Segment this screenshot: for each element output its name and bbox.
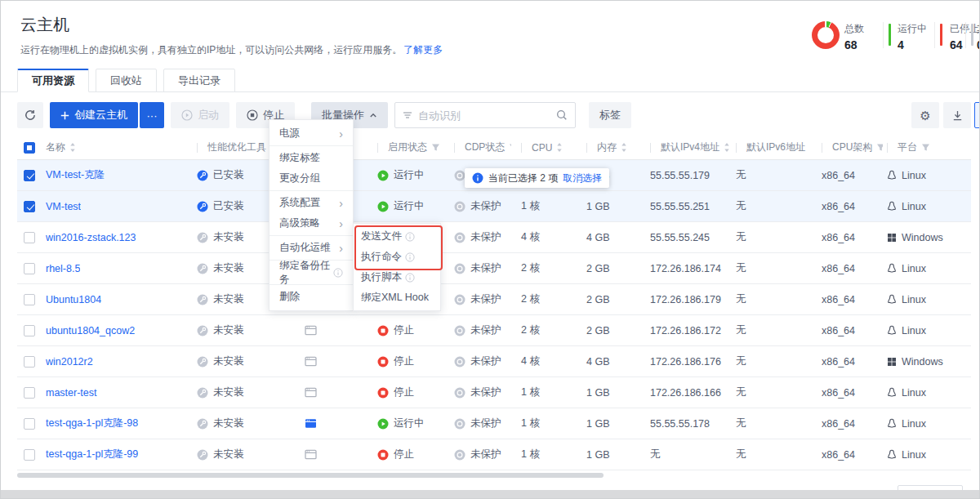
menu-item-电源[interactable]: 电源› — [270, 123, 353, 144]
menu-item-系统配置[interactable]: 系统配置› — [270, 193, 353, 213]
vm-name-link[interactable]: Ubuntu1804 — [46, 294, 101, 305]
create-vm-button[interactable]: 创建云主机 — [50, 102, 138, 128]
table-row: ubuntu1804_qcow2未安装停止未保护2 核2 GB172.26.18… — [17, 315, 971, 346]
tool-status-label: 未安装 — [213, 323, 244, 337]
menu-item-label: 更改分组 — [279, 172, 320, 185]
learn-more-link[interactable]: 了解更多 — [403, 44, 443, 56]
platform-cell: Linux — [883, 294, 969, 305]
column-header-CPU架构[interactable]: CPU架构 — [817, 140, 883, 154]
row-checkbox[interactable] — [24, 232, 35, 243]
memory-value: 4 GB — [586, 356, 610, 368]
menu-item-更改分组[interactable]: 更改分组 — [270, 168, 353, 189]
tab-回收站[interactable]: 回收站 — [96, 69, 157, 92]
column-header-启用状态[interactable]: 启用状态 — [364, 140, 450, 154]
tab-导出记录[interactable]: 导出记录 — [163, 69, 235, 92]
menu-item-自动化运维[interactable]: 自动化运维› — [270, 238, 353, 258]
tag-button[interactable]: 标签 — [589, 102, 631, 128]
linux-icon — [887, 449, 897, 461]
column-header-默认IPv4地址[interactable]: 默认IPv4地址 — [646, 140, 732, 154]
cdp-label: 未保护 — [470, 448, 501, 461]
tool-not-installed-icon — [197, 325, 208, 336]
submenu-item-绑定XML Hook[interactable]: 绑定XML Hook — [354, 287, 440, 308]
console-icon[interactable] — [305, 387, 317, 398]
row-checkbox[interactable] — [24, 170, 35, 181]
ha-cell: NeverStop — [969, 170, 971, 181]
row-checkbox[interactable] — [24, 449, 35, 461]
ipv6-cell: 无 — [732, 448, 817, 461]
search-icon[interactable] — [556, 109, 568, 121]
tool-status-label: 未安装 — [213, 385, 244, 399]
row-checkbox[interactable] — [24, 294, 35, 305]
row-checkbox[interactable] — [24, 201, 35, 212]
tool-not-installed-icon — [197, 232, 208, 243]
row-checkbox[interactable] — [24, 263, 35, 274]
tab-bar: 可用资源回收站导出记录 — [1, 69, 979, 92]
row-checkbox[interactable] — [24, 387, 35, 399]
vm-name-link[interactable]: rhel-8.5 — [46, 263, 80, 274]
vm-name-link[interactable]: win2012r2 — [46, 356, 93, 368]
horizontal-scrollbar[interactable] — [17, 473, 604, 478]
view-toggle-button[interactable] — [974, 102, 979, 128]
menu-divider — [270, 145, 353, 146]
status-label: 停止 — [394, 323, 414, 337]
start-button[interactable]: 启动 — [171, 102, 229, 128]
search-input[interactable] — [418, 109, 550, 122]
console-cell — [295, 325, 364, 336]
column-header-平台[interactable]: 平台 — [883, 140, 969, 154]
export-button[interactable] — [943, 102, 971, 128]
cdp-shield-icon — [454, 449, 466, 461]
table-row: win2016-zstack.123未安装运行中未保护4 核4 GB55.55.… — [17, 222, 971, 253]
settings-button[interactable]: ⚙ — [911, 102, 939, 128]
cpu-arch-value: x86_64 — [822, 294, 855, 305]
console-icon[interactable] — [305, 449, 317, 460]
select-all-checkbox[interactable] — [24, 142, 35, 154]
row-checkbox[interactable] — [24, 356, 35, 368]
row-checkbox[interactable] — [24, 418, 35, 430]
vm-name-link[interactable]: win2016-zstack.123 — [46, 232, 136, 243]
ipv6-value: 无 — [736, 261, 746, 275]
ipv4-cell: 172.26.186.172 — [646, 325, 732, 336]
refresh-button[interactable] — [17, 102, 43, 128]
clear-selection-link[interactable]: 取消选择 — [563, 172, 602, 185]
vm-name-link[interactable]: VM-test-克隆 — [46, 168, 105, 182]
menu-item-label: 绑定备份任务 — [279, 259, 333, 287]
tab-可用资源[interactable]: 可用资源 — [17, 69, 89, 92]
column-header-checkbox[interactable] — [17, 142, 46, 154]
submenu-item-发送文件[interactable]: 发送文件 — [354, 226, 440, 247]
stopped-status-icon — [377, 387, 389, 399]
other-bar-icon — [971, 24, 973, 46]
submenu-item-执行脚本[interactable]: 执行脚本 — [354, 267, 440, 287]
stopped-status-icon — [377, 356, 389, 368]
column-header-label: 启用状态 — [388, 140, 427, 154]
status-cell: 运行中 — [364, 199, 450, 213]
vm-name-link[interactable]: VM-test — [46, 201, 81, 212]
vm-name-link[interactable]: ubuntu1804_qcow2 — [46, 325, 135, 336]
submenu-item-执行命令[interactable]: 执行命令 — [354, 247, 440, 267]
cpu-arch-value: x86_64 — [822, 170, 855, 181]
menu-item-label: 系统配置 — [279, 196, 320, 210]
console-icon[interactable] — [305, 356, 317, 367]
status-label: 运行中 — [394, 199, 425, 213]
row-checkbox[interactable] — [24, 325, 35, 336]
cdp-label: 未保护 — [470, 385, 501, 399]
column-header-CPU[interactable]: CPU — [511, 142, 577, 154]
column-header-内存[interactable]: 内存 — [577, 140, 646, 154]
menu-item-删除[interactable]: 删除 — [270, 287, 353, 307]
vm-name-link[interactable]: test-qga-1-pl克隆-98 — [46, 417, 138, 430]
menu-item-高级策略[interactable]: 高级策略› — [270, 213, 353, 234]
cpu-arch-cell: x86_64 — [817, 356, 883, 368]
tool-status-label: 已安装 — [213, 168, 244, 182]
console-icon[interactable] — [305, 325, 317, 336]
column-header-CDP状态[interactable]: CDP状态 — [450, 140, 511, 154]
column-header-名称[interactable]: 名称 — [46, 140, 197, 154]
platform-cell: Windows — [883, 356, 969, 368]
console-active-icon[interactable] — [305, 418, 317, 429]
more-actions-button[interactable]: ··· — [140, 102, 164, 128]
stat-divider — [965, 22, 966, 48]
vm-name-link[interactable]: test-qga-1-pl克隆-99 — [46, 448, 138, 461]
menu-item-绑定标签[interactable]: 绑定标签 — [270, 148, 353, 168]
cpu-arch-value: x86_64 — [822, 263, 855, 274]
row-checkbox-cell — [17, 201, 46, 212]
menu-item-绑定备份任务[interactable]: 绑定备份任务 — [270, 262, 353, 283]
vm-name-link[interactable]: master-test — [46, 387, 97, 399]
